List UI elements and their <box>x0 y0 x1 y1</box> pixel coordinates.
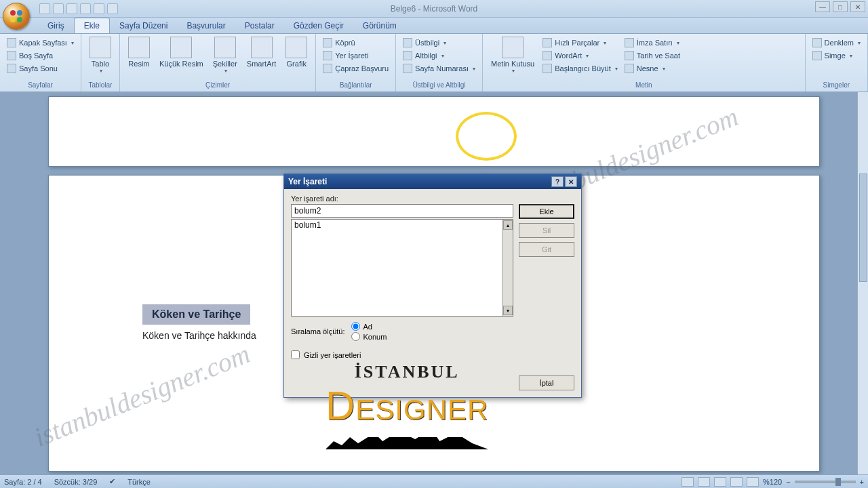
bookmark-list-item[interactable]: bolum1 <box>292 220 513 230</box>
smartart-icon <box>251 37 273 58</box>
qat-undo-icon[interactable] <box>94 3 104 14</box>
hidden-bookmarks-checkbox[interactable] <box>291 350 300 359</box>
maximize-button[interactable]: □ <box>833 1 848 12</box>
cmd-metin-kutusu[interactable]: Metin Kutusu▾ <box>487 35 538 75</box>
scroll-down-icon[interactable]: ▾ <box>503 306 513 315</box>
cmd-imza-satiri[interactable]: İmza Satırı▾ <box>622 37 683 49</box>
git-button[interactable]: Git <box>519 242 574 257</box>
dialog-titlebar[interactable]: Yer İşareti ? ✕ <box>284 174 581 189</box>
cmd-baslangic-buyut[interactable]: Başlangıcı Büyüt▾ <box>540 62 620 75</box>
group-label-cizimler: Çizimler <box>124 80 311 90</box>
cmd-kopru[interactable]: Köprü <box>320 37 391 49</box>
scroll-up-icon[interactable]: ▴ <box>503 220 513 230</box>
qat-save-icon[interactable] <box>66 3 77 14</box>
dialog-help-button[interactable]: ? <box>551 176 564 187</box>
status-bar: Sayfa: 2 / 4 Sözcük: 3/29 ✔ Türkçe %120 … <box>0 474 868 488</box>
tab-ekle[interactable]: Ekle <box>74 18 110 33</box>
view-print-layout[interactable] <box>682 477 694 487</box>
cmd-tarih-saat[interactable]: Tarih ve Saat <box>622 49 683 62</box>
zoom-level[interactable]: %120 <box>763 478 782 486</box>
cmd-kapak-sayfasi[interactable]: Kapak Sayfası▾ <box>4 37 77 49</box>
group-sayfalar: Kapak Sayfası▾ Boş Sayfa Sayfa Sonu Sayf… <box>0 34 81 92</box>
radio-ad-input[interactable] <box>351 322 360 331</box>
cmd-ustbilgi[interactable]: Üstbilgi▾ <box>400 37 478 49</box>
minimize-button[interactable]: — <box>815 1 830 12</box>
signature-icon <box>625 38 634 47</box>
cmd-sekiller[interactable]: Şekiller▾ <box>209 35 241 75</box>
dialog-title-text: Yer İşareti <box>288 177 327 186</box>
crossref-icon <box>323 64 332 73</box>
hyperlink-icon <box>323 38 332 47</box>
view-outline[interactable] <box>730 477 743 487</box>
view-web-layout[interactable] <box>714 477 726 487</box>
radio-konum-input[interactable] <box>351 332 360 341</box>
status-wordcount[interactable]: Sözcük: 3/29 <box>54 478 98 486</box>
vertical-scrollbar[interactable] <box>857 92 868 474</box>
cmd-yer-isareti[interactable]: Yer İşareti <box>320 49 391 62</box>
dropcap-icon <box>542 64 552 73</box>
tab-gorunum[interactable]: Görünüm <box>353 18 406 33</box>
cmd-sayfa-numarasi[interactable]: Sayfa Numarası▾ <box>400 62 478 75</box>
zoom-in-button[interactable]: + <box>860 478 864 486</box>
page-number-icon <box>403 64 412 73</box>
bookmark-name-label: Yer işareti adı: <box>291 195 574 203</box>
group-label-tablolar: Tablolar <box>85 80 115 90</box>
qat-new-icon[interactable] <box>39 3 50 14</box>
cmd-altbilgi[interactable]: Altbilgi▾ <box>400 49 478 62</box>
cmd-simge[interactable]: Simge▾ <box>810 49 863 62</box>
status-language[interactable]: Türkçe <box>127 478 151 486</box>
selected-heading[interactable]: Köken ve Tarihçe <box>142 304 250 325</box>
tab-postalar[interactable]: Postalar <box>235 18 284 33</box>
iptal-button[interactable]: İptal <box>519 375 574 390</box>
radio-konum[interactable]: Konum <box>351 332 387 341</box>
symbol-icon <box>812 51 822 60</box>
ekle-button[interactable]: Ekle <box>519 204 574 219</box>
cmd-denklem[interactable]: Denklem▾ <box>810 37 863 49</box>
status-proofing-icon[interactable]: ✔ <box>109 477 115 486</box>
zoom-slider-knob[interactable] <box>835 478 841 486</box>
group-simgeler: Denklem▾ Simge▾ Simgeler <box>806 34 868 92</box>
list-scrollbar[interactable]: ▴▾ <box>502 220 513 316</box>
zoom-slider[interactable] <box>795 481 856 483</box>
cmd-bos-sayfa[interactable]: Boş Sayfa <box>4 49 77 62</box>
group-tablolar: Tablo▾ Tablolar <box>81 34 120 92</box>
cmd-capraz-basvuru[interactable]: Çapraz Başvuru <box>320 62 391 75</box>
group-label-ustalt: Üstbilgi ve Altbilgi <box>400 80 478 90</box>
close-button[interactable]: ✕ <box>850 1 865 12</box>
zoom-out-button[interactable]: − <box>786 478 790 486</box>
sil-button[interactable]: Sil <box>519 223 574 238</box>
footer-icon <box>403 51 412 60</box>
qat-redo-icon[interactable] <box>107 3 118 14</box>
tab-gozden-gecir[interactable]: Gözden Geçir <box>284 18 353 33</box>
tab-giris[interactable]: Giriş <box>38 18 74 33</box>
body-paragraph[interactable]: Köken ve Tarihçe hakkında <box>142 330 256 341</box>
bookmark-name-input[interactable] <box>291 204 513 218</box>
qat-print-icon[interactable] <box>80 3 91 14</box>
status-page[interactable]: Sayfa: 2 / 4 <box>4 478 42 486</box>
cmd-nesne[interactable]: Nesne▾ <box>622 62 683 75</box>
group-cizimler: Resim Küçük Resim Şekiller▾ SmartArt Gra… <box>120 34 316 92</box>
cmd-kucuk-resim[interactable]: Küçük Resim <box>155 35 208 69</box>
qat-open-icon[interactable] <box>53 3 64 14</box>
tab-sayfa-duzeni[interactable]: Sayfa Düzeni <box>110 18 177 33</box>
cmd-wordart[interactable]: WordArt▾ <box>540 49 620 62</box>
office-button[interactable] <box>3 3 30 30</box>
scroll-thumb[interactable] <box>859 174 867 282</box>
tab-basvurular[interactable]: Başvurular <box>177 18 235 33</box>
dialog-close-button[interactable]: ✕ <box>565 176 577 187</box>
group-label-sayfalar: Sayfalar <box>4 80 77 90</box>
title-bar: Belge6 - Microsoft Word — □ ✕ <box>0 0 868 18</box>
bookmark-list[interactable]: bolum1 ▴▾ <box>291 219 513 317</box>
textbox-icon <box>502 37 524 58</box>
cmd-smartart[interactable]: SmartArt <box>243 35 280 69</box>
radio-ad[interactable]: Ad <box>351 322 387 331</box>
page-1-bottom[interactable] <box>48 96 820 167</box>
view-full-screen[interactable] <box>698 477 710 487</box>
cmd-sayfa-sonu[interactable]: Sayfa Sonu <box>4 62 77 75</box>
cmd-tablo[interactable]: Tablo▾ <box>85 35 115 75</box>
cmd-hizli-parcalar[interactable]: Hızlı Parçalar▾ <box>540 37 620 49</box>
cmd-grafik[interactable]: Grafik <box>281 35 311 69</box>
view-draft[interactable] <box>747 477 759 487</box>
cmd-resim[interactable]: Resim <box>124 35 154 69</box>
quickparts-icon <box>542 38 552 47</box>
